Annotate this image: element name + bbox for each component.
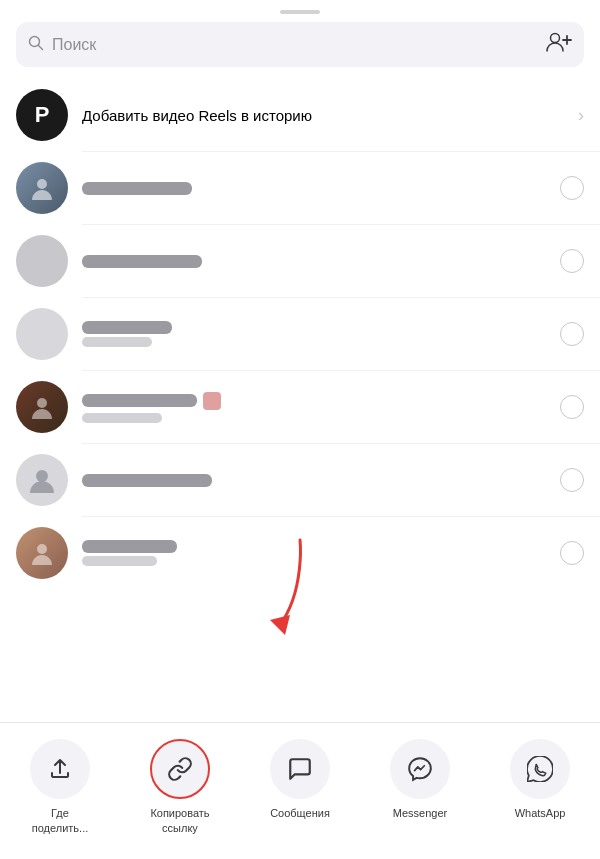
contact-select-radio[interactable] [560, 541, 584, 565]
contact-sub [82, 337, 152, 347]
contact-info [82, 321, 546, 347]
svg-point-2 [551, 34, 560, 43]
contact-select-radio[interactable] [560, 176, 584, 200]
contact-info [82, 255, 546, 268]
svg-point-5 [37, 179, 47, 189]
svg-point-6 [37, 398, 47, 408]
messenger-icon-wrap[interactable] [390, 739, 450, 799]
search-icon [28, 35, 44, 55]
share-action[interactable]: Гдеподелить... [10, 739, 110, 835]
contact-row[interactable] [0, 371, 600, 443]
avatar [16, 308, 68, 360]
bottom-action-bar: Гдеподелить... Копироватьссылку Сообщени… [0, 722, 600, 859]
whatsapp-label: WhatsApp [515, 806, 566, 820]
contact-name [82, 255, 202, 268]
messages-icon-wrap[interactable] [270, 739, 330, 799]
share-label: Гдеподелить... [32, 806, 89, 835]
contact-name [82, 321, 172, 334]
drag-indicator [280, 10, 320, 14]
svg-line-1 [39, 45, 43, 49]
contact-row[interactable] [0, 517, 600, 589]
contact-info [82, 540, 546, 566]
contact-row[interactable] [0, 225, 600, 297]
reels-avatar: P [16, 89, 68, 141]
avatar [16, 381, 68, 433]
avatar [16, 162, 68, 214]
copy-link-action[interactable]: Копироватьссылку [130, 739, 230, 835]
avatar [16, 527, 68, 579]
contact-name [82, 540, 177, 553]
copy-link-icon-wrap[interactable] [150, 739, 210, 799]
contact-sub [82, 413, 162, 423]
contact-row[interactable] [0, 298, 600, 370]
contact-info [82, 474, 546, 487]
search-bar[interactable]: Поиск [16, 22, 584, 67]
add-friends-button[interactable] [546, 31, 572, 58]
reels-item[interactable]: P Добавить видео Reels в историю › [0, 79, 600, 151]
contact-row[interactable] [0, 152, 600, 224]
contact-name [82, 182, 192, 195]
avatar [16, 454, 68, 506]
whatsapp-icon-wrap[interactable] [510, 739, 570, 799]
messages-label: Сообщения [270, 806, 330, 820]
contact-badge [203, 392, 221, 410]
reels-label: Добавить видео Reels в историю [82, 107, 564, 124]
svg-point-7 [36, 470, 48, 482]
contact-select-radio[interactable] [560, 395, 584, 419]
contact-select-radio[interactable] [560, 468, 584, 492]
contact-row[interactable] [0, 444, 600, 516]
share-icon-wrap[interactable] [30, 739, 90, 799]
whatsapp-action[interactable]: WhatsApp [490, 739, 590, 820]
contact-name [82, 474, 212, 487]
messenger-action[interactable]: Messenger [370, 739, 470, 820]
search-placeholder: Поиск [52, 36, 96, 54]
contact-select-radio[interactable] [560, 322, 584, 346]
contact-info [82, 182, 546, 195]
contact-select-radio[interactable] [560, 249, 584, 273]
chevron-right-icon: › [578, 105, 584, 126]
svg-point-8 [37, 544, 47, 554]
messages-action[interactable]: Сообщения [250, 739, 350, 820]
svg-marker-9 [270, 615, 290, 635]
contact-name [82, 394, 197, 407]
contact-sub [82, 556, 157, 566]
avatar [16, 235, 68, 287]
contact-info [82, 392, 546, 423]
messenger-label: Messenger [393, 806, 447, 820]
copy-link-label: Копироватьссылку [150, 806, 209, 835]
